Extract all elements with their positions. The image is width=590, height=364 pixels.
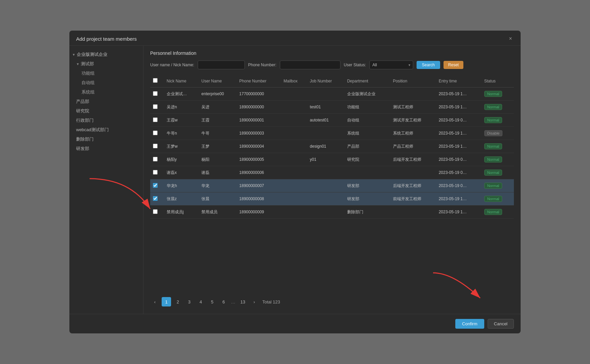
status-badge: Normal (484, 170, 502, 176)
sidebar-tree-item[interactable]: 产品部 (69, 97, 143, 106)
cancel-button[interactable]: Cancel (488, 319, 514, 329)
sidebar-tree-item[interactable]: 删除部门 (69, 135, 143, 144)
col-user-name: User Name (199, 75, 236, 87)
cell-mailbox (281, 101, 307, 114)
cell-job-number (307, 206, 345, 219)
username-label: User name / Nick Name: (150, 63, 194, 67)
row-checkbox[interactable] (153, 144, 158, 148)
cell-nick-name: 牛哥n (164, 127, 199, 140)
pagination-page[interactable]: 6 (219, 297, 228, 306)
status-badge: Normal (484, 196, 502, 202)
pagination: ‹123456…13›Total 123 (150, 292, 514, 309)
cell-user-name: 王霞 (199, 114, 236, 127)
select-all-checkbox[interactable] (153, 78, 158, 83)
cell-nick-name: 企业测试… (164, 87, 199, 101)
pagination-page[interactable]: 5 (207, 297, 217, 306)
table-row: 禁用成员j禁用成员18900000009删除部门2023-05-19 1…Nor… (150, 206, 514, 219)
cell-job-number (307, 166, 345, 179)
reset-button[interactable]: Reset (444, 61, 463, 69)
cell-job-number: test01 (307, 101, 345, 114)
tree-arrow-icon: ▼ (72, 53, 75, 57)
row-checkbox[interactable] (153, 196, 158, 201)
row-checkbox[interactable] (153, 104, 158, 109)
cell-user-name: 谢磊 (199, 166, 236, 179)
pagination-page[interactable]: 1 (162, 297, 171, 306)
row-checkbox[interactable] (153, 131, 158, 135)
sidebar-tree-item[interactable]: 行政部门 (69, 116, 143, 125)
pagination-page[interactable]: 3 (185, 297, 194, 306)
sidebar-tree-item[interactable]: 功能组 (69, 69, 143, 78)
cell-entry-time: 2023-05-19 1… (436, 127, 482, 140)
cell-nick-name: 杨阳y (164, 153, 199, 166)
row-checkbox[interactable] (153, 91, 158, 96)
sidebar-tree-item[interactable]: ▼测试部 (69, 59, 143, 69)
status-badge: Disable (484, 130, 503, 136)
pagination-last[interactable]: 13 (238, 297, 248, 306)
pagination-prev[interactable]: ‹ (150, 297, 160, 306)
close-icon[interactable]: × (507, 35, 514, 42)
department-tree: ▼企业版测试企业▼测试部功能组自动组系统组产品部研究院行政部门webcad测试部… (69, 46, 143, 314)
cell-user-name: 王梦 (199, 140, 236, 153)
table-row: 谢磊x谢磊189000000062023-05-19 0…Normal (150, 166, 514, 179)
cell-mailbox (281, 166, 307, 179)
cell-entry-time: 2023-05-19 1… (436, 192, 482, 206)
sidebar-tree-item[interactable]: webcad测试部门 (69, 125, 143, 135)
confirm-button[interactable]: Confirm (455, 319, 484, 329)
cell-nick-name: 王梦w (164, 140, 199, 153)
pagination-page[interactable]: 4 (196, 297, 205, 306)
username-input[interactable] (198, 61, 245, 69)
sidebar-item-label: 删除部门 (76, 136, 94, 142)
cell-phone: 18900000007 (237, 179, 281, 192)
row-checkbox[interactable] (153, 157, 158, 161)
cell-status: Disable (482, 127, 514, 140)
search-button[interactable]: Search (417, 61, 440, 69)
cell-phone: 18900000008 (237, 192, 281, 206)
row-checkbox[interactable] (153, 209, 158, 214)
cell-department (345, 166, 390, 179)
cell-department: 系统组 (345, 127, 390, 140)
phone-label: Phone Number: (248, 63, 276, 67)
cell-position: 系统工程师 (390, 127, 436, 140)
cell-department: 功能组 (345, 101, 390, 114)
table-row: 王梦w王梦18900000004design01产品部产品工程师2023-05-… (150, 140, 514, 153)
pagination-dots: … (230, 299, 236, 304)
pagination-next[interactable]: › (250, 297, 259, 306)
sidebar-tree-item[interactable]: 研发部 (69, 144, 143, 153)
cell-job-number: y01 (307, 153, 345, 166)
cell-status: Normal (482, 101, 514, 114)
row-checkbox[interactable] (153, 183, 158, 188)
row-checkbox[interactable] (153, 170, 158, 175)
sidebar-tree-item[interactable]: 研究院 (69, 106, 143, 116)
phone-input[interactable] (280, 61, 340, 69)
cell-phone: 18900000006 (237, 166, 281, 179)
cell-user-name: enterprise00 (199, 87, 236, 101)
personnel-table: Nick Name User Name Phone Number Mailbox… (150, 75, 514, 219)
cell-phone: 18900000004 (237, 140, 281, 153)
row-checkbox[interactable] (153, 117, 158, 122)
cell-phone: 18900000000 (237, 101, 281, 114)
status-select[interactable]: All Normal Disable (369, 61, 413, 69)
sidebar-tree-item[interactable]: 自动组 (69, 78, 143, 87)
sidebar-item-label: 自动组 (81, 80, 95, 86)
sidebar-item-label: 系统组 (81, 89, 95, 95)
table-body: 企业测试…enterprise0017700000000企业版测试企业2023-… (150, 87, 514, 219)
cell-status: Normal (482, 179, 514, 192)
cell-status: Normal (482, 192, 514, 206)
status-badge: Normal (484, 91, 502, 97)
cell-nick-name: 张晨z (164, 192, 199, 206)
cell-position (390, 87, 436, 101)
cell-job-number: autotest01 (307, 114, 345, 127)
sidebar-tree-item[interactable]: ▼企业版测试企业 (69, 50, 143, 59)
cell-job-number: design01 (307, 140, 345, 153)
cell-user-name: 牛哥 (199, 127, 236, 140)
status-badge: Normal (484, 104, 502, 110)
cell-status: Normal (482, 206, 514, 219)
cell-nick-name: 吴进n (164, 101, 199, 114)
table-row: 张晨z张晨18900000008研发部前端开发工程师2023-05-19 1…N… (150, 192, 514, 206)
cell-mailbox (281, 114, 307, 127)
sidebar-tree-item[interactable]: 系统组 (69, 87, 143, 97)
cell-nick-name: 禁用成员j (164, 206, 199, 219)
cell-mailbox (281, 87, 307, 101)
cell-department: 企业版测试企业 (345, 87, 390, 101)
pagination-page[interactable]: 2 (173, 297, 183, 306)
